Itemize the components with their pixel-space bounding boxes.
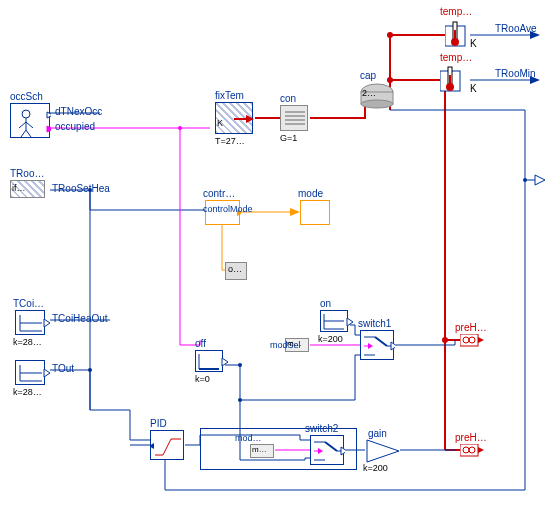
preh1-block bbox=[460, 334, 478, 346]
mod2-sub: m… bbox=[252, 445, 267, 454]
temp-ave-label: temp… bbox=[440, 6, 472, 17]
gain-block bbox=[365, 438, 403, 466]
svg-marker-36 bbox=[47, 112, 51, 118]
on-label: on bbox=[320, 298, 331, 309]
svg-line-33 bbox=[26, 122, 33, 128]
contr-label: contr… bbox=[203, 188, 235, 199]
svg-line-53 bbox=[375, 337, 387, 346]
svg-line-72 bbox=[325, 442, 337, 451]
occupied-label: occupied bbox=[55, 121, 95, 132]
svg-marker-46 bbox=[44, 369, 50, 377]
con-block bbox=[280, 105, 308, 131]
svg-point-5 bbox=[442, 337, 448, 343]
tcoi-label: TCoi… bbox=[13, 298, 44, 309]
modsel-sub: m… bbox=[287, 339, 302, 348]
gain-param: k=200 bbox=[363, 463, 388, 473]
con-param: G=1 bbox=[280, 133, 297, 143]
svg-point-9 bbox=[88, 368, 92, 372]
troo-label: TRoo… bbox=[10, 168, 44, 179]
temp-min-label: temp… bbox=[440, 52, 472, 63]
switch1-label: switch1 bbox=[358, 318, 391, 329]
mode-label: mode bbox=[298, 188, 323, 199]
preh1-label: preH… bbox=[455, 322, 487, 333]
fixtem-k: K bbox=[217, 118, 223, 128]
tout-block bbox=[15, 360, 45, 385]
svg-point-10 bbox=[238, 363, 242, 367]
svg-line-35 bbox=[26, 130, 31, 137]
cap-sub: 2… bbox=[362, 88, 376, 98]
svg-marker-65 bbox=[222, 358, 228, 366]
switch2-label: switch2 bbox=[305, 423, 338, 434]
svg-marker-8 bbox=[290, 208, 300, 216]
svg-point-11 bbox=[238, 398, 242, 402]
preh2-label: preH… bbox=[455, 432, 487, 443]
svg-marker-50 bbox=[347, 318, 353, 326]
svg-line-32 bbox=[19, 122, 26, 128]
on-param: k=200 bbox=[318, 334, 343, 344]
trooave-label: TRooAve bbox=[495, 23, 537, 34]
svg-point-30 bbox=[22, 110, 30, 118]
dtnexocc-label: dTNexOcc bbox=[55, 106, 102, 117]
controlmode-label: controlMode bbox=[203, 204, 253, 214]
preh2-block bbox=[460, 444, 478, 456]
modelica-diagram: temp… K TRooAve temp… K TRooMin cap 2… f… bbox=[0, 0, 545, 517]
occsch-block bbox=[10, 103, 50, 138]
svg-marker-61 bbox=[478, 337, 484, 343]
temp-sensor-ave bbox=[445, 20, 473, 54]
svg-rect-16 bbox=[454, 30, 456, 42]
pid-label: PID bbox=[150, 418, 167, 429]
temp-min-unit: K bbox=[470, 83, 477, 94]
on-block bbox=[320, 310, 348, 332]
svg-rect-20 bbox=[449, 75, 451, 87]
tcoiheaout-label: TCoiHeaOut bbox=[52, 313, 108, 324]
svg-marker-57 bbox=[391, 342, 395, 350]
off-block bbox=[195, 350, 223, 372]
off-param: k=0 bbox=[195, 374, 210, 384]
tcoi-param: k=28… bbox=[13, 337, 42, 347]
svg-marker-74 bbox=[318, 448, 323, 454]
occsch-label: occSch bbox=[10, 91, 43, 102]
tout-param: k=28… bbox=[13, 387, 42, 397]
svg-marker-76 bbox=[341, 447, 345, 455]
switch2-block bbox=[310, 435, 344, 465]
svg-marker-77 bbox=[367, 440, 399, 462]
mode-block bbox=[300, 200, 330, 225]
temp-ave-unit: K bbox=[470, 38, 477, 49]
fixtem-label: fixTem bbox=[215, 90, 244, 101]
svg-marker-81 bbox=[478, 447, 484, 453]
fixtem-param: T=27… bbox=[215, 136, 245, 146]
svg-point-12 bbox=[523, 178, 527, 182]
switch1-block bbox=[360, 330, 394, 360]
troomin-label: TRooMin bbox=[495, 68, 536, 79]
svg-line-67 bbox=[163, 439, 171, 455]
temp-sensor-min bbox=[440, 65, 468, 99]
troosethea-label: TRooSetHea bbox=[52, 183, 110, 194]
svg-point-2 bbox=[387, 32, 393, 38]
o-label: o… bbox=[228, 264, 242, 274]
troo-sub: if… bbox=[12, 183, 26, 193]
tcoi-block bbox=[15, 310, 45, 335]
svg-point-23 bbox=[361, 100, 393, 108]
off-label: off bbox=[195, 338, 206, 349]
svg-line-34 bbox=[21, 130, 26, 137]
svg-marker-37 bbox=[47, 126, 51, 132]
pid-block bbox=[150, 430, 184, 460]
svg-marker-42 bbox=[44, 319, 50, 327]
svg-marker-69 bbox=[151, 443, 154, 449]
gain-label: gain bbox=[368, 428, 387, 439]
con-label: con bbox=[280, 93, 296, 104]
svg-marker-0 bbox=[535, 175, 545, 185]
tout-label: TOut bbox=[52, 363, 74, 374]
svg-point-6 bbox=[178, 126, 182, 130]
svg-marker-55 bbox=[368, 343, 373, 349]
cap-label: cap bbox=[360, 70, 376, 81]
mod2-label: mod… bbox=[235, 433, 262, 443]
